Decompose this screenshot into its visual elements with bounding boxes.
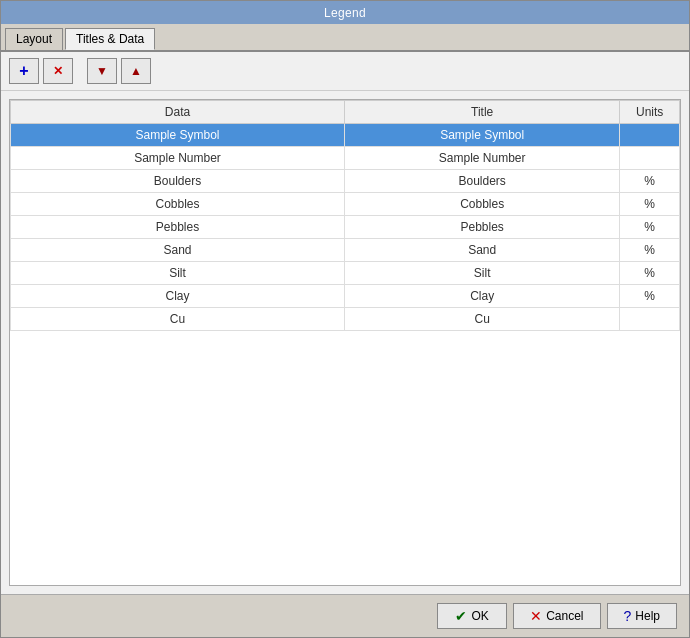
cell-title: Cobbles (345, 193, 620, 216)
cell-data: Pebbles (11, 216, 345, 239)
data-table-container: Data Title Units Sample SymbolSample Sym… (9, 99, 681, 586)
cell-data: Sand (11, 239, 345, 262)
x-icon (53, 64, 63, 78)
cell-title: Sample Symbol (345, 124, 620, 147)
cell-units (620, 308, 680, 331)
toolbar (1, 52, 689, 91)
table-row[interactable]: CuCu (11, 308, 680, 331)
ok-label: OK (471, 609, 488, 623)
cell-title: Cu (345, 308, 620, 331)
help-label: Help (635, 609, 660, 623)
cell-title: Sample Number (345, 147, 620, 170)
table-row[interactable]: SandSand% (11, 239, 680, 262)
cell-units: % (620, 285, 680, 308)
tab-titles-data[interactable]: Titles & Data (65, 28, 155, 50)
table-header: Data Title Units (11, 101, 680, 124)
cell-title: Clay (345, 285, 620, 308)
cell-units: % (620, 216, 680, 239)
add-button[interactable] (9, 58, 39, 84)
ok-button[interactable]: ✔ OK (437, 603, 507, 629)
cell-data: Cu (11, 308, 345, 331)
cell-data: Sample Number (11, 147, 345, 170)
cell-title: Sand (345, 239, 620, 262)
cancel-icon: ✕ (530, 608, 542, 624)
cell-units: % (620, 239, 680, 262)
title-bar: Legend (1, 1, 689, 24)
header-title: Title (345, 101, 620, 124)
cell-data: Sample Symbol (11, 124, 345, 147)
legend-dialog: Legend Layout Titles & Data Data (0, 0, 690, 638)
footer: ✔ OK ✕ Cancel ? Help (1, 594, 689, 637)
cell-data: Clay (11, 285, 345, 308)
move-up-button[interactable] (121, 58, 151, 84)
cell-units (620, 124, 680, 147)
help-icon: ? (624, 608, 632, 624)
table-row[interactable]: ClayClay% (11, 285, 680, 308)
table-row[interactable]: SiltSilt% (11, 262, 680, 285)
arrow-down-icon (96, 64, 108, 78)
table-body: Sample SymbolSample SymbolSample NumberS… (11, 124, 680, 331)
cell-data: Boulders (11, 170, 345, 193)
table-row[interactable]: Sample NumberSample Number (11, 147, 680, 170)
data-table: Data Title Units Sample SymbolSample Sym… (10, 100, 680, 331)
cell-units: % (620, 262, 680, 285)
cell-units (620, 147, 680, 170)
table-row[interactable]: Sample SymbolSample Symbol (11, 124, 680, 147)
remove-button[interactable] (43, 58, 73, 84)
move-down-button[interactable] (87, 58, 117, 84)
cancel-button[interactable]: ✕ Cancel (513, 603, 600, 629)
table-row[interactable]: PebblesPebbles% (11, 216, 680, 239)
header-data: Data (11, 101, 345, 124)
header-units: Units (620, 101, 680, 124)
header-row: Data Title Units (11, 101, 680, 124)
dialog-title: Legend (324, 6, 366, 20)
cell-title: Silt (345, 262, 620, 285)
cell-data: Cobbles (11, 193, 345, 216)
table-row[interactable]: BouldersBoulders% (11, 170, 680, 193)
cancel-label: Cancel (546, 609, 583, 623)
arrow-up-icon (130, 64, 142, 78)
cell-data: Silt (11, 262, 345, 285)
tab-layout[interactable]: Layout (5, 28, 63, 50)
cell-title: Boulders (345, 170, 620, 193)
cell-title: Pebbles (345, 216, 620, 239)
plus-icon (19, 62, 28, 80)
tab-bar: Layout Titles & Data (1, 24, 689, 52)
ok-icon: ✔ (455, 608, 467, 624)
cell-units: % (620, 170, 680, 193)
help-button[interactable]: ? Help (607, 603, 677, 629)
cell-units: % (620, 193, 680, 216)
table-row[interactable]: CobblesCobbles% (11, 193, 680, 216)
